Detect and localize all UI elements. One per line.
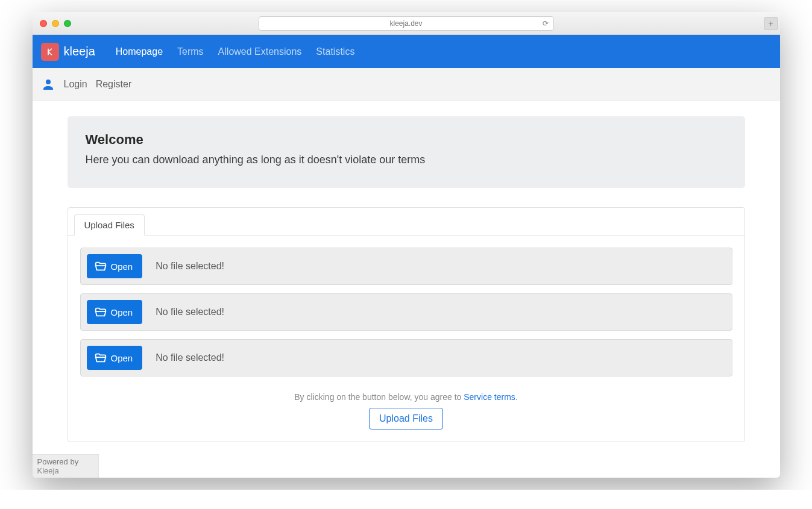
- agree-prefix: By clicking on the button below, you agr…: [294, 392, 464, 402]
- folder-open-icon: [94, 351, 107, 364]
- upload-card-body: Open No file selected! Open No file sele…: [68, 236, 744, 442]
- folder-open-icon: [94, 305, 107, 319]
- browser-titlebar: kleeja.dev ⟳ +: [33, 12, 780, 35]
- main-navbar: kleeja Homepage Terms Allowed Extensions…: [33, 35, 780, 68]
- agree-suffix: .: [515, 392, 518, 402]
- user-icon: [41, 77, 55, 92]
- upload-card: Upload Files Open No file selected! Open…: [68, 207, 745, 442]
- welcome-banner: Welcome Here you can download anything a…: [68, 116, 745, 188]
- user-navbar: Login Register: [33, 68, 780, 101]
- brand-name: kleeja: [64, 45, 95, 58]
- file-status: No file selected!: [156, 307, 224, 317]
- address-bar[interactable]: kleeja.dev ⟳: [259, 16, 554, 31]
- reload-icon[interactable]: ⟳: [543, 19, 549, 28]
- open-file-button[interactable]: Open: [87, 346, 143, 370]
- nav-statistics[interactable]: Statistics: [311, 46, 359, 57]
- open-label: Open: [111, 261, 133, 272]
- open-label: Open: [111, 307, 133, 317]
- file-row: Open No file selected!: [80, 248, 732, 285]
- service-terms-link[interactable]: Service terms: [464, 392, 515, 402]
- brand[interactable]: kleeja: [41, 43, 95, 61]
- new-tab-button[interactable]: +: [764, 17, 778, 30]
- page-content: Welcome Here you can download anything a…: [33, 101, 780, 454]
- window-close-button[interactable]: [40, 20, 47, 27]
- footer: Powered by Kleeja: [33, 454, 99, 478]
- window-controls: [40, 20, 71, 27]
- file-row: Open No file selected!: [80, 293, 732, 331]
- upload-files-button[interactable]: Upload Files: [369, 408, 443, 429]
- file-status: No file selected!: [156, 352, 224, 363]
- window-minimize-button[interactable]: [52, 20, 59, 27]
- file-row: Open No file selected!: [80, 339, 732, 376]
- upload-tabs: Upload Files: [68, 208, 744, 236]
- file-status: No file selected!: [156, 261, 224, 272]
- footer-prefix: Powered by: [37, 457, 79, 466]
- browser-window: kleeja.dev ⟳ + kleeja Homepage Terms All…: [33, 12, 780, 478]
- agree-text: By clicking on the button below, you agr…: [80, 392, 732, 402]
- open-file-button[interactable]: Open: [87, 254, 143, 278]
- address-text: kleeja.dev: [389, 19, 422, 28]
- welcome-title: Welcome: [86, 132, 727, 148]
- brand-logo-icon: [41, 43, 59, 61]
- nav-terms[interactable]: Terms: [172, 46, 209, 57]
- login-link[interactable]: Login: [64, 79, 87, 90]
- nav-homepage[interactable]: Homepage: [111, 46, 168, 57]
- window-maximize-button[interactable]: [64, 20, 71, 27]
- welcome-subtitle: Here you can download anything as long a…: [86, 154, 727, 166]
- tab-upload-files[interactable]: Upload Files: [74, 214, 145, 236]
- register-link[interactable]: Register: [96, 79, 132, 90]
- footer-link[interactable]: Kleeja: [37, 466, 59, 475]
- open-file-button[interactable]: Open: [87, 300, 143, 324]
- folder-open-icon: [94, 260, 107, 273]
- svg-point-0: [46, 80, 51, 84]
- open-label: Open: [111, 353, 133, 363]
- nav-allowed-extensions[interactable]: Allowed Extensions: [213, 46, 307, 57]
